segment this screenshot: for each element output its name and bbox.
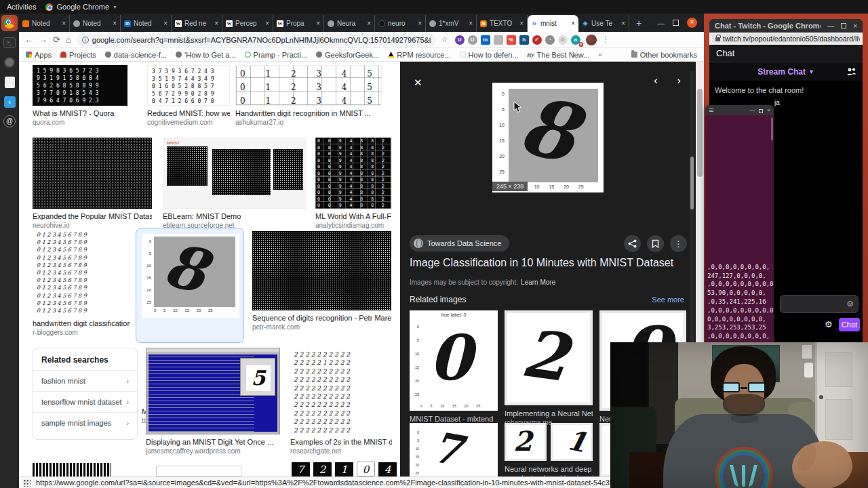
extension-icon[interactable]: ☺ [558,35,568,45]
result-item[interactable]: Expanded the Popular MNIST Dataset ... n… [33,138,152,229]
send-chat-button[interactable]: Chat [839,318,860,331]
menu-icon[interactable]: ☰ [709,107,713,113]
tab-close-icon[interactable]: × [163,20,167,27]
scrollbar-thumb[interactable] [697,89,703,177]
related-image-card[interactable]: true label: 0 0 5 10 15 20 25 0 0 5 10 1… [410,310,498,432]
bookmarks-overflow-icon[interactable]: » [598,51,602,58]
terminal-body[interactable]: ,0,0,0,0,0,0,0,0, 247,127,0,0,0,0, ,0,0,… [705,115,774,342]
see-more-link[interactable]: See more [652,296,684,304]
related-image-card[interactable]: 2 1 Neural networks and deep lear... neu… [505,423,593,476]
address-bar[interactable]: i google.com/search?q=mnist&sxsrf=ACYBGN… [77,34,436,46]
tab-mnist-active[interactable]: Gmnist× [528,15,578,32]
tab-texto[interactable]: BTEXTO× [477,15,528,32]
bookmark-geeksforgeeks[interactable]: GeeksforGeek... [316,51,379,59]
bookmark-pramp[interactable]: Pramp - Practi... [245,51,307,59]
tab-close-icon[interactable]: × [113,20,117,27]
maximize-button[interactable] [673,20,679,26]
result-item[interactable]: 3 7 3 9 3 6 7 2 4 3 3 5 1 9 7 4 4 3 4 9 … [147,65,230,126]
result-item[interactable]: 0 0 9 4 8 8 2 2 0 5 0 0 9 4 8 8 2 2 0 5 … [315,138,391,229]
tab-1xmv[interactable]: 1*xmV× [426,15,477,32]
terminal-scrollbar[interactable] [771,117,773,140]
activities-button[interactable]: Activities [7,3,36,11]
learn-more-link[interactable]: Learn More [521,279,555,286]
tab-close-icon[interactable]: × [265,20,269,27]
other-bookmarks[interactable]: Other bookmarks [631,51,697,59]
related-image-card[interactable]: 0 5 10 15 20 25 7 [410,423,498,476]
tab-close-icon[interactable]: × [418,20,422,27]
dock-vscode-icon[interactable]: ‹ [1,94,18,110]
extension-icon[interactable]: a8 [571,35,580,45]
tab-close-icon[interactable]: × [571,20,575,27]
extension-icon[interactable]: ◔ [545,35,555,45]
home-icon[interactable]: ⌂ [66,35,71,44]
maximize-button[interactable] [759,109,763,113]
preview-title[interactable]: Image Classification in 10 Minutes with … [410,257,684,269]
extension-icon[interactable]: h [519,35,529,45]
back-icon[interactable]: ← [24,35,33,44]
forward-icon[interactable]: → [39,35,47,44]
maximize-button[interactable] [841,23,846,28]
dock-terminal-icon[interactable]: >_ [1,35,18,51]
related-image-card[interactable]: 2 Implementing a Neural Networ... rohanv… [505,310,593,426]
tab-propa[interactable]: WPropa× [273,15,324,32]
reload-icon[interactable]: ⟳ [53,35,60,44]
tab-close-icon[interactable]: × [367,20,371,27]
related-search-tensorflow[interactable]: tensorflow mnist dataset› [33,392,137,413]
tab-close-icon[interactable]: × [62,20,66,27]
next-image-icon[interactable]: › [671,74,686,89]
save-button[interactable] [647,235,664,252]
tab-use-te[interactable]: ✳Use Te× [578,15,629,32]
related-search-fashion-mnist[interactable]: fashion mnist› [33,371,137,392]
tab-close-icon[interactable]: × [621,20,625,27]
apps-grid-icon[interactable] [23,479,31,487]
bookmark-rpm[interactable]: RPM resource... [388,51,450,59]
stream-chat-selector[interactable]: Stream Chat ▼ [709,62,863,81]
extension-icon[interactable] [494,35,503,45]
tab-close-icon[interactable]: × [316,20,320,27]
tab-noted-2[interactable]: Noted× [70,15,121,32]
chat-input[interactable]: ☺ [780,295,859,313]
bookmark-projects[interactable]: Projects [60,51,96,59]
source-pill[interactable]: Towards Data Science [410,235,509,251]
previous-image-icon[interactable]: ‹ [648,74,663,89]
bookmark-how-to-defend[interactable]: How to defen... [460,51,519,59]
profile-avatar[interactable] [586,35,597,45]
tab-noted-1[interactable]: Noted× [19,15,70,32]
linkedin-extension-icon[interactable]: in [481,35,490,45]
partial-result-thumbnail[interactable] [33,463,111,476]
extension-icon[interactable]: ✓ [532,35,542,45]
result-item[interactable]: 0 1 2 3 4 5 6 7 8 9 0 1 2 3 4 5 6 7 8 9 … [33,229,130,336]
emote-icon[interactable]: ☺ [846,298,854,308]
related-search-sample-images[interactable]: sample mnist images› [33,413,137,433]
twitch-address-bar[interactable]: twitch.tv/popout/edantonio505/dashboard/… [712,34,860,43]
dock-chrome-icon[interactable] [1,15,18,31]
result-item[interactable]: Sequence of digits recognition - Petr Ma… [252,231,391,331]
twitch-titlebar[interactable]: Chat - Twitch - Google Chrome — × [709,19,863,33]
close-button[interactable]: × [767,107,770,113]
dock-obs-icon[interactable]: @ [1,113,18,129]
bookmark-data-science[interactable]: data-science-f... [105,51,167,59]
dock-files-icon[interactable] [1,74,18,90]
partial-digit-row[interactable]: 72104 [292,462,400,476]
tab-close-icon[interactable]: × [469,20,473,27]
tab-neuro[interactable]: neuro× [375,15,426,32]
tab-red-ne[interactable]: WRed ne× [172,15,222,32]
extension-icon[interactable]: U [455,35,465,45]
chrome-menu-icon[interactable]: ⋮ [602,35,610,44]
result-item[interactable]: 1 5 9 8 3 6 5 7 2 3 9 3 1 9 1 5 8 0 8 4 … [33,65,127,126]
app-menu[interactable]: Google Chrome ▼ [45,3,117,11]
tab-close-icon[interactable]: × [519,20,524,27]
bookmark-star-icon[interactable]: ☆ [441,36,448,43]
bookmark-how-to-get[interactable]: 'How to Get a... [176,51,235,59]
minimize-button[interactable]: — [749,107,755,113]
terminal-titlebar[interactable]: ☰ — × [705,105,774,115]
tab-neura[interactable]: Neura× [324,15,375,32]
viewers-icon[interactable] [846,67,856,76]
new-tab-button[interactable]: + [629,15,648,32]
chat-settings-gear-icon[interactable]: ⚙ [825,319,833,329]
extension-icon[interactable]: U [468,35,477,45]
more-options-button[interactable]: ⋮ [670,235,687,252]
tab-percep[interactable]: WPercep× [222,15,273,32]
tab-noted-3[interactable]: inNoted× [121,15,172,32]
extension-icon[interactable]: % [507,35,516,45]
